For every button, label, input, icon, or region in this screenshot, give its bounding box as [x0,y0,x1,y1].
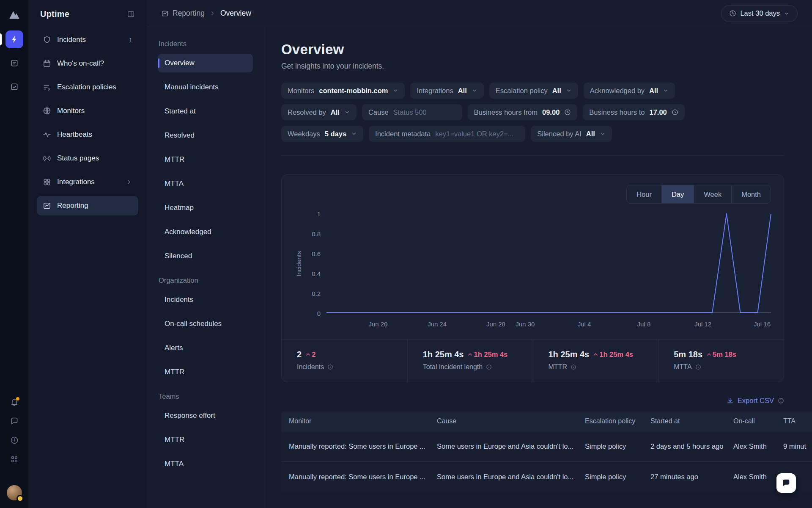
subnav-item-started-at[interactable]: Started at [158,102,253,121]
lightning-icon [10,35,19,44]
subnav-item-manual-incidents[interactable]: Manual incidents [158,78,253,97]
stat-total-incident-length: 1h 25m 4s 1h 25m 4s Total incident lengt… [407,340,533,382]
filter-business-hours-to[interactable]: Business hours to 17.00 [583,104,684,120]
filter-monitors[interactable]: Monitors content-mobbin.com [281,83,405,99]
period-tab-hour[interactable]: Hour [627,185,661,203]
info-icon[interactable] [695,364,701,370]
x-axis: Jun 20Jun 24Jun 28Jun 30Jul 4Jul 8Jul 12… [326,319,771,330]
export-csv-button[interactable]: Export CSV [727,397,774,405]
date-range-button[interactable]: Last 30 days [721,5,798,22]
subnav-item-label: MTTR [165,436,184,444]
sidebar-item-heartbeats[interactable]: Heartbeats [37,125,138,144]
subnav-item-label: MTTR [165,368,184,376]
incident-metadata-input[interactable] [435,130,519,138]
filter-weekdays[interactable]: Weekdays 5 days [281,126,363,142]
info-icon[interactable] [486,364,492,370]
subnav-item-teams-mttr[interactable]: MTTR [158,431,253,449]
chevron-down-icon [663,88,669,94]
apps-button[interactable] [10,455,19,464]
table-row[interactable]: Manually reported: Some users in Europe … [281,461,812,492]
filter-cause[interactable]: Cause [362,104,462,120]
subnav-item-alerts[interactable]: Alerts [158,339,253,357]
stat-delta-value: 1h 25m 4s [599,351,633,359]
download-icon [727,397,734,404]
table-row[interactable]: Manually reported: Some users in Europe … [281,431,812,461]
filter-business-hours-from[interactable]: Business hours from 09.00 [468,104,578,120]
rail-products [5,30,23,96]
subnav-item-label: Alerts [165,344,183,352]
y-tick-label: 1 [317,211,321,217]
calendar-icon [43,59,51,68]
sidebar-item-integrations[interactable]: Integrations [37,172,138,192]
app-root: Uptime Incidents 1 Who's on-call? Escala… [0,0,812,508]
subnav-item-mttr[interactable]: MTTR [158,150,253,169]
help-button[interactable] [10,436,19,444]
sidebar-item-monitors[interactable]: Monitors [37,101,138,121]
chevron-down-icon [472,88,477,94]
period-tab-day[interactable]: Day [661,185,694,203]
sidebar-item-label: Reporting [57,202,88,210]
sidebar-item-escalation-policies[interactable]: Escalation policies [37,77,138,97]
subnav-item-org-incidents[interactable]: Incidents [158,290,253,309]
pulse-icon [43,130,51,139]
summary-stats: 2 2 Incidents 1h 25m 4s 1h 25m 4s Total … [282,339,784,382]
filter-incident-metadata[interactable]: Incident metadata [369,126,525,142]
breadcrumb-section-label: Reporting [173,9,205,18]
cause-input[interactable] [393,108,456,116]
filter-label: Business hours from [474,108,538,116]
subnav-section-header: Teams [159,392,253,400]
info-icon[interactable] [327,364,333,370]
filter-escalation-policy[interactable]: Escalation policy All [489,83,578,99]
subnav-item-resolved[interactable]: Resolved [158,126,253,145]
y-tick-label: 0.6 [312,251,321,257]
incidents-line-chart [326,214,771,312]
notifications-button[interactable] [10,398,19,406]
subnav-item-response-effort[interactable]: Response effort [158,406,253,425]
stat-delta-value: 5m 18s [713,351,736,359]
rail-item-metrics[interactable] [5,78,23,96]
rail-item-uptime[interactable] [5,30,23,48]
period-tab-month[interactable]: Month [731,185,771,203]
filter-silenced-by-ai[interactable]: Silenced by AI All [531,126,612,142]
filter-resolved-by[interactable]: Resolved by All [281,104,357,120]
main-content: Overview Get insights into your incident… [264,27,812,508]
sidebar-collapse-button[interactable] [127,10,135,18]
sidebar-item-reporting[interactable]: Reporting [37,196,138,215]
column-header-monitor: Monitor [281,411,429,431]
subnav-item-heatmap[interactable]: Heatmap [158,199,253,217]
user-avatar[interactable] [7,485,22,500]
subnav-item-teams-mtta[interactable]: MTTA [158,455,253,473]
subnav-item-mtta[interactable]: MTTA [158,174,253,193]
filter-value: All [649,87,658,95]
column-header-escalation-policy: Escalation policy [577,411,643,431]
info-icon[interactable] [571,364,576,370]
subnav-item-acknowledged[interactable]: Acknowledged [158,223,253,241]
stat-label-text: MTTR [549,363,567,371]
sidebar-item-incidents[interactable]: Incidents 1 [37,30,138,50]
filter-label: Acknowledged by [590,87,645,95]
rail-item-logs[interactable] [5,54,23,72]
period-tab-week[interactable]: Week [694,185,731,203]
sidebar-item-status-pages[interactable]: Status pages [37,149,138,168]
filter-acknowledged-by[interactable]: Acknowledged by All [584,83,675,99]
incidents-count-badge: 1 [129,36,132,44]
chat-bubble-icon [10,417,19,425]
filter-integrations[interactable]: Integrations All [410,83,483,99]
feedback-button[interactable] [10,417,19,425]
stat-value: 2 [297,350,302,359]
x-tick-label: Jul 8 [637,320,651,328]
info-icon[interactable] [778,398,784,404]
filter-label: Escalation policy [496,87,548,95]
betterstack-logo[interactable] [8,8,21,21]
period-segmented-control: Hour Day Week Month [626,185,771,204]
subnav-item-silenced[interactable]: Silenced [158,247,253,265]
sidebar-item-whos-on-call[interactable]: Who's on-call? [37,54,138,73]
grid-icon [43,178,51,186]
chart-plot-area [326,214,771,313]
live-chat-button[interactable] [776,473,796,493]
page-subtitle: Get insights into your incidents. [281,62,812,71]
subnav-item-org-mttr[interactable]: MTTR [158,363,253,381]
subnav-item-overview[interactable]: Overview [158,54,253,72]
breadcrumb-reporting[interactable]: Reporting [161,9,205,18]
subnav-item-on-call-schedules[interactable]: On-call schedules [158,315,253,333]
